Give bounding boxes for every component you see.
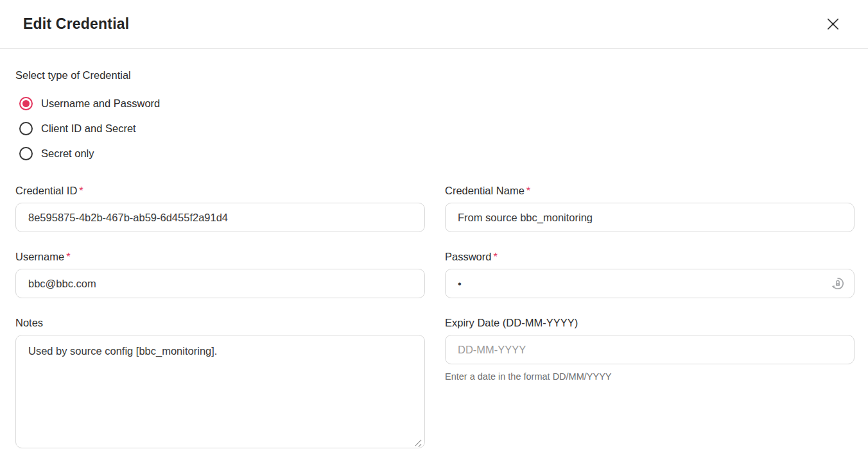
radio-selected-icon <box>19 97 33 110</box>
radio-secret-only[interactable]: Secret only <box>19 147 94 160</box>
username-input[interactable] <box>15 269 425 298</box>
credential-name-input[interactable] <box>445 203 855 232</box>
dialog-header: Edit Credential <box>0 0 868 49</box>
password-reset-lock-icon <box>830 276 846 291</box>
radio-client-id-and-secret[interactable]: Client ID and Secret <box>19 122 136 135</box>
required-asterisk: * <box>66 251 70 262</box>
dialog-body: Select type of Credential Username and P… <box>0 49 868 451</box>
expiry-date-label: Expiry Date (DD-MM-YYYY) <box>445 317 855 329</box>
username-field-group: Username* <box>15 251 425 298</box>
username-label: Username* <box>15 251 425 263</box>
close-button[interactable] <box>823 15 842 34</box>
radio-label: Secret only <box>41 148 94 160</box>
dialog-title: Edit Credential <box>23 15 129 33</box>
radio-label: Client ID and Secret <box>41 123 136 135</box>
radio-unselected-icon <box>19 122 33 135</box>
credential-name-label: Credential Name* <box>445 185 855 197</box>
radio-unselected-icon <box>19 147 33 160</box>
credential-id-input[interactable] <box>15 203 425 232</box>
edit-credential-dialog: Edit Credential Select type of Credentia… <box>0 0 868 451</box>
credential-form-grid: Credential ID* Credential Name* Username… <box>15 185 855 451</box>
credential-type-radio-group: Username and Password Client ID and Secr… <box>19 97 855 160</box>
expiry-date-field-group: Expiry Date (DD-MM-YYYY) Enter a date in… <box>445 317 855 382</box>
credential-name-field-group: Credential Name* <box>445 185 855 232</box>
notes-textarea[interactable]: Used by source config [bbc_monitoring]. <box>15 335 425 448</box>
password-input[interactable] <box>445 269 855 298</box>
expiry-date-helper-text: Enter a date in the format DD/MM/YYYY <box>445 371 855 382</box>
notes-field-group: Notes Used by source config [bbc_monitor… <box>15 317 425 451</box>
credential-id-label: Credential ID* <box>15 185 425 197</box>
notes-label: Notes <box>15 317 425 329</box>
expiry-date-input[interactable] <box>445 335 855 364</box>
radio-username-and-password[interactable]: Username and Password <box>19 97 160 110</box>
required-asterisk: * <box>526 185 530 196</box>
required-asterisk: * <box>79 185 83 196</box>
password-field-group: Password* <box>445 251 855 298</box>
credential-id-field-group: Credential ID* <box>15 185 425 232</box>
close-icon <box>826 17 840 31</box>
required-asterisk: * <box>493 251 497 262</box>
credential-type-label: Select type of Credential <box>15 69 855 81</box>
password-reset-button[interactable] <box>829 275 846 292</box>
password-label: Password* <box>445 251 855 263</box>
radio-label: Username and Password <box>41 97 160 110</box>
